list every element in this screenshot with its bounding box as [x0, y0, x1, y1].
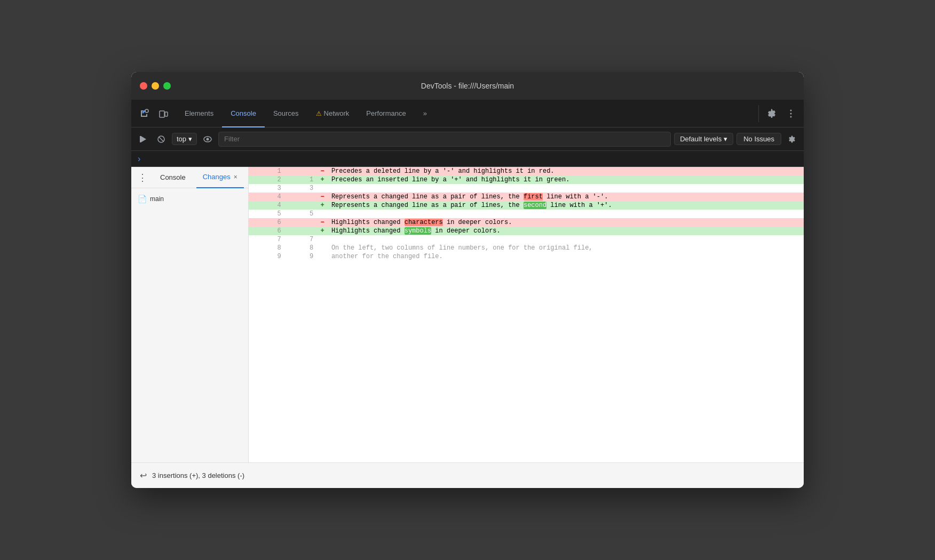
inserted-word-highlight: second [524, 202, 546, 209]
line-sign [313, 235, 331, 244]
tab-sources[interactable]: Sources [265, 100, 307, 127]
line-num-old: 6 [249, 227, 281, 235]
line-num-new [281, 201, 314, 210]
sidebar-file-main[interactable]: 📄 main [131, 193, 248, 205]
line-num-old: 2 [249, 175, 281, 184]
sidebar-menu-icon[interactable]: ⋮ [136, 172, 149, 183]
line-content [331, 235, 804, 244]
prompt-arrow: › [138, 154, 140, 164]
default-levels-dropdown[interactable]: Default levels ▾ [674, 133, 733, 145]
sidebar-tab-changes[interactable]: Changes × [196, 167, 244, 188]
no-issues-button[interactable]: No Issues [736, 133, 781, 145]
sidebar-tab-console[interactable]: Console [154, 167, 192, 188]
line-sign [313, 244, 331, 252]
line-content: Represents a changed line as a pair of l… [331, 201, 804, 210]
svg-point-3 [790, 109, 792, 111]
line-num-old: 3 [249, 184, 281, 193]
toolbar-icons [136, 105, 172, 122]
title-bar: DevTools - file:///Users/main [131, 72, 804, 100]
line-content: another for the changed file. [331, 252, 804, 261]
diff-row-7-neutral: 7 7 [249, 235, 804, 244]
tab-network[interactable]: ⚠ Network [307, 100, 358, 127]
traffic-lights [140, 82, 171, 90]
tab-performance[interactable]: Performance [358, 100, 414, 127]
line-content: Highlights changed characters in deeper … [331, 218, 804, 227]
context-dropdown[interactable]: top ▾ [172, 133, 197, 145]
inspect-element-icon[interactable] [136, 105, 153, 122]
diff-row-5-neutral: 5 5 [249, 210, 804, 218]
line-sign: − [313, 193, 331, 201]
diff-area[interactable]: 1 − Precedes a deleted line by a '-' and… [249, 167, 804, 462]
close-button[interactable] [140, 82, 147, 90]
deleted-word-highlight: characters [405, 219, 443, 226]
line-num-old: 1 [249, 167, 281, 175]
line-sign: + [313, 201, 331, 210]
line-num-new: 8 [281, 244, 314, 252]
device-mode-icon[interactable] [155, 105, 172, 122]
settings-console-icon[interactable] [785, 132, 799, 147]
diff-row-9-neutral: 9 9 another for the changed file. [249, 252, 804, 261]
svg-rect-7 [140, 136, 141, 142]
line-num-new: 9 [281, 252, 314, 261]
sidebar: ⋮ Console Changes × 📄 [131, 167, 249, 462]
diff-row-4-deleted: 4 − Represents a changed line as a pair … [249, 193, 804, 201]
file-icon: 📄 [138, 195, 147, 203]
line-sign [313, 184, 331, 193]
line-sign [313, 252, 331, 261]
tab-console[interactable]: Console [222, 100, 265, 127]
svg-point-4 [790, 113, 792, 114]
diff-row-8-neutral: 8 8 On the left, two columns of line num… [249, 244, 804, 252]
undo-icon[interactable]: ↩ [140, 470, 147, 481]
line-content: On the left, two columns of line numbers… [331, 244, 804, 252]
filter-input[interactable] [218, 132, 671, 147]
sidebar-tab-header: ⋮ Console Changes × [131, 167, 248, 188]
run-script-icon[interactable] [136, 132, 150, 147]
inserted-word-highlight: symbols [405, 227, 431, 235]
line-content: Highlights changed symbols in deeper col… [331, 227, 804, 235]
line-num-old: 9 [249, 252, 281, 261]
diff-row-1-deleted: 1 − Precedes a deleted line by a '-' and… [249, 167, 804, 175]
svg-rect-1 [160, 111, 164, 117]
window-title: DevTools - file:///Users/main [421, 82, 514, 90]
diff-row-6-deleted: 6 − Highlights changed characters in dee… [249, 218, 804, 227]
deleted-word-highlight: first [524, 193, 543, 201]
diff-row-2-inserted: 2 1 + Precedes an inserted line by a '+'… [249, 175, 804, 184]
line-num-new [281, 227, 314, 235]
tab-more[interactable]: » [415, 100, 435, 127]
console-toolbar: top ▾ Default levels ▾ No Issues [131, 127, 804, 151]
diff-summary: 3 insertions (+), 3 deletions (-) [152, 471, 244, 479]
line-num-old: 7 [249, 235, 281, 244]
diff-row-6-inserted: 6 + Highlights changed symbols in deeper… [249, 227, 804, 235]
diff-footer: ↩ 3 insertions (+), 3 deletions (-) [131, 462, 804, 488]
diff-table: 1 − Precedes a deleted line by a '-' and… [249, 167, 804, 261]
line-content [331, 210, 804, 218]
clear-console-icon[interactable] [154, 132, 169, 147]
close-changes-tab[interactable]: × [234, 173, 237, 181]
line-num-old: 4 [249, 201, 281, 210]
line-sign [313, 210, 331, 218]
settings-icon[interactable] [763, 105, 780, 122]
maximize-button[interactable] [163, 82, 171, 90]
divider [758, 105, 759, 122]
line-num-new: 1 [281, 175, 314, 184]
main-content: ⋮ Console Changes × 📄 [131, 167, 804, 462]
svg-line-9 [159, 137, 163, 141]
line-sign: − [313, 218, 331, 227]
diff-row-3-neutral: 3 3 [249, 184, 804, 193]
devtools-window: DevTools - file:///Users/main Elements [131, 72, 804, 488]
console-arrow-row: › [131, 151, 804, 167]
line-content: Represents a changed line as a pair of l… [331, 193, 804, 201]
toolbar-right [763, 105, 799, 122]
line-num-new [281, 218, 314, 227]
more-options-icon[interactable] [782, 105, 799, 122]
eye-icon[interactable] [200, 132, 215, 147]
line-sign: + [313, 175, 331, 184]
svg-marker-6 [141, 136, 146, 142]
line-num-new [281, 193, 314, 201]
minimize-button[interactable] [152, 82, 159, 90]
tab-elements[interactable]: Elements [176, 100, 222, 127]
line-content: Precedes an inserted line by a '+' and h… [331, 175, 804, 184]
line-num-old: 4 [249, 193, 281, 201]
svg-point-5 [790, 116, 792, 117]
line-num-new: 7 [281, 235, 314, 244]
